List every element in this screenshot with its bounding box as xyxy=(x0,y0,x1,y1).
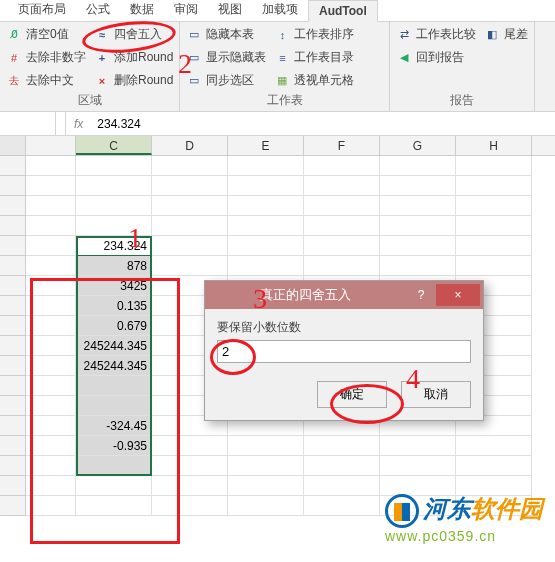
cell[interactable] xyxy=(304,196,380,216)
cell[interactable] xyxy=(456,496,532,516)
dialog-titlebar[interactable]: 真正的四舍五入 ? × xyxy=(205,281,483,309)
cell[interactable] xyxy=(304,256,380,276)
cell[interactable] xyxy=(456,476,532,496)
cmd-compare-sheets[interactable]: 工作表比较 xyxy=(396,26,476,43)
cmd-round45[interactable]: 四舍五入 xyxy=(94,26,173,43)
cell[interactable]: 234.324 xyxy=(76,236,152,256)
cmd-sync-sel[interactable]: 同步选区 xyxy=(186,72,266,89)
cell[interactable] xyxy=(76,396,152,416)
cell[interactable]: 245244.345 xyxy=(76,356,152,376)
tab-data[interactable]: 数据 xyxy=(120,0,164,21)
col-header-h[interactable]: H xyxy=(456,136,532,155)
tab-layout[interactable]: 页面布局 xyxy=(8,0,76,21)
row-header[interactable] xyxy=(0,416,26,436)
row-header[interactable] xyxy=(0,256,26,276)
cell[interactable] xyxy=(304,236,380,256)
col-header-g[interactable]: G xyxy=(380,136,456,155)
cell[interactable]: 0.679 xyxy=(76,316,152,336)
cmd-trans-cell[interactable]: 透视单元格 xyxy=(274,72,354,89)
cell[interactable]: -0.935 xyxy=(76,436,152,456)
dialog-help-button[interactable]: ? xyxy=(406,284,436,306)
cell[interactable] xyxy=(380,476,456,496)
cell[interactable] xyxy=(152,476,228,496)
fx-icon[interactable]: fx xyxy=(66,117,91,131)
cell[interactable] xyxy=(152,176,228,196)
cell[interactable] xyxy=(76,376,152,396)
cell[interactable]: 3425 xyxy=(76,276,152,296)
cell[interactable] xyxy=(228,156,304,176)
row-header[interactable] xyxy=(0,356,26,376)
cell[interactable] xyxy=(76,196,152,216)
row-header[interactable] xyxy=(0,336,26,356)
cell[interactable] xyxy=(228,256,304,276)
cell[interactable] xyxy=(380,436,456,456)
row-header[interactable] xyxy=(0,196,26,216)
tab-addin[interactable]: 加载项 xyxy=(252,0,308,21)
cell[interactable] xyxy=(152,456,228,476)
tab-formula[interactable]: 公式 xyxy=(76,0,120,21)
row-header[interactable] xyxy=(0,396,26,416)
dialog-close-button[interactable]: × xyxy=(436,284,480,306)
cell[interactable] xyxy=(304,216,380,236)
cell[interactable] xyxy=(456,216,532,236)
cell[interactable] xyxy=(456,196,532,216)
cell[interactable] xyxy=(456,156,532,176)
cmd-add-round[interactable]: 添加Round xyxy=(94,49,173,66)
cell[interactable] xyxy=(76,176,152,196)
row-header[interactable] xyxy=(0,276,26,296)
cell[interactable] xyxy=(152,436,228,456)
row-header[interactable] xyxy=(0,156,26,176)
cell[interactable] xyxy=(76,156,152,176)
cell[interactable] xyxy=(456,256,532,276)
cell[interactable] xyxy=(304,156,380,176)
tab-view[interactable]: 视图 xyxy=(208,0,252,21)
cell[interactable] xyxy=(228,496,304,516)
cell[interactable] xyxy=(456,436,532,456)
cell[interactable] xyxy=(76,496,152,516)
cell[interactable] xyxy=(456,176,532,196)
cmd-hide-sheet[interactable]: 隐藏本表 xyxy=(186,26,266,43)
cmd-sheet-sort[interactable]: 工作表排序 xyxy=(274,26,354,43)
row-header[interactable] xyxy=(0,436,26,456)
cell[interactable] xyxy=(228,476,304,496)
cell[interactable] xyxy=(76,456,152,476)
row-header[interactable] xyxy=(0,496,26,516)
cell[interactable] xyxy=(304,476,380,496)
cell[interactable] xyxy=(228,176,304,196)
select-all-corner[interactable] xyxy=(0,136,26,155)
cell[interactable] xyxy=(304,496,380,516)
cell[interactable] xyxy=(380,256,456,276)
cmd-show-hidden[interactable]: 显示隐藏表 xyxy=(186,49,266,66)
cell[interactable] xyxy=(152,216,228,236)
dialog-ok-button[interactable]: 确定 xyxy=(317,381,387,408)
cell[interactable]: 0.135 xyxy=(76,296,152,316)
row-header[interactable] xyxy=(0,236,26,256)
cell[interactable] xyxy=(380,156,456,176)
col-header-f[interactable]: F xyxy=(304,136,380,155)
tab-audtool[interactable]: AudTool xyxy=(308,0,378,22)
col-header-c[interactable]: C xyxy=(76,136,152,155)
cell[interactable] xyxy=(76,476,152,496)
cell[interactable] xyxy=(152,156,228,176)
cell[interactable] xyxy=(152,496,228,516)
row-header[interactable] xyxy=(0,216,26,236)
cell[interactable]: -324.45 xyxy=(76,416,152,436)
cell[interactable] xyxy=(456,456,532,476)
row-header[interactable] xyxy=(0,456,26,476)
col-header-d[interactable]: D xyxy=(152,136,228,155)
cell[interactable] xyxy=(228,456,304,476)
row-header[interactable] xyxy=(0,376,26,396)
cell[interactable] xyxy=(152,256,228,276)
cell[interactable]: 878 xyxy=(76,256,152,276)
name-box[interactable] xyxy=(0,112,56,135)
cell[interactable] xyxy=(380,216,456,236)
cmd-back-report[interactable]: 回到报告 xyxy=(396,49,476,66)
cmd-remove-nondigit[interactable]: 去除非数字 xyxy=(6,49,86,66)
cell[interactable] xyxy=(304,176,380,196)
cmd-del-round[interactable]: 删除Round xyxy=(94,72,173,89)
cell[interactable] xyxy=(228,216,304,236)
row-header[interactable] xyxy=(0,296,26,316)
cell[interactable] xyxy=(76,216,152,236)
cell[interactable] xyxy=(304,456,380,476)
cell[interactable] xyxy=(456,236,532,256)
